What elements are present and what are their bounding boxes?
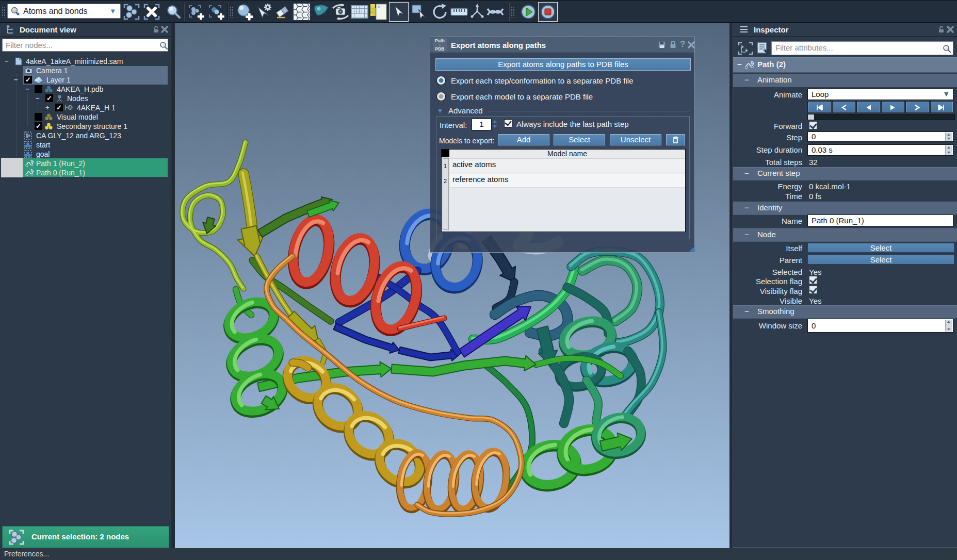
svg-text:PDB: PDB [435,46,445,52]
svg-text:H: H [378,5,380,9]
svg-text:M: M [69,105,72,110]
